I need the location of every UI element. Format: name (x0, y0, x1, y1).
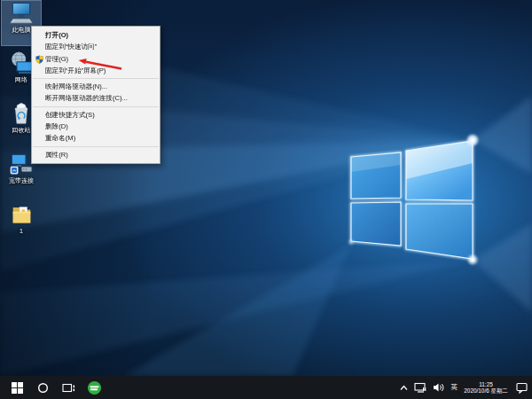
start-button[interactable] (6, 376, 27, 399)
action-center-icon (516, 382, 528, 394)
speaker-icon (433, 382, 444, 393)
network-tray-button[interactable] (411, 376, 430, 399)
context-menu-item-map-network-drive[interactable]: 映射网络驱动器(N)... (32, 81, 160, 92)
context-menu-item-open[interactable]: 打开(O) (32, 29, 160, 41)
menu-separator (33, 146, 159, 147)
uac-shield-icon (35, 55, 43, 64)
pinned-app-button[interactable] (83, 376, 105, 399)
context-menu-item-pin-start[interactable]: 固定到“开始”屏幕(P) (32, 65, 160, 76)
task-view-button[interactable] (58, 376, 79, 399)
desktop-icon-folder-1[interactable]: 1 (2, 202, 41, 246)
desktop-icon-label: 1 (2, 228, 41, 235)
context-menu-item-label: 管理(G) (45, 55, 68, 63)
context-menu-item-delete[interactable]: 删除(D) (32, 121, 160, 132)
taskbar-clock[interactable]: 11:25 2020/10/6 星期二 (461, 381, 511, 395)
windows-desktop: 此电脑 网络 回收站 (0, 0, 532, 399)
input-method-indicator[interactable]: 英 (448, 376, 462, 399)
desktop-icon-label: 宽带连接 (2, 177, 41, 184)
context-menu-item-rename[interactable]: 重命名(M) (32, 132, 160, 144)
this-pc-icon (7, 1, 35, 26)
context-menu: 打开(O) 固定到“快速访问” 管理(G) 固定到“开始”屏幕(P) 映射网络驱… (31, 26, 160, 164)
action-center-button[interactable] (511, 376, 532, 399)
context-menu-item-create-shortcut[interactable]: 创建快捷方式(S) (32, 109, 160, 121)
network-status-icon (414, 382, 426, 393)
windows-start-icon (12, 382, 23, 394)
menu-separator (33, 78, 159, 79)
task-view-icon (62, 382, 75, 394)
folder-icon (7, 202, 35, 227)
chevron-up-icon (400, 385, 408, 391)
clock-time: 11:25 (463, 381, 509, 388)
search-icon (37, 382, 49, 394)
volume-tray-button[interactable] (430, 376, 448, 399)
menu-separator (33, 106, 159, 107)
green-browser-icon (87, 380, 102, 395)
context-menu-item-pin-quick-access[interactable]: 固定到“快速访问” (32, 41, 160, 52)
show-hidden-icons-button[interactable] (397, 376, 411, 399)
context-menu-item-disconnect-network-drive[interactable]: 断开网络驱动器的连接(C)... (32, 92, 160, 104)
search-button[interactable] (32, 376, 53, 399)
clock-date: 2020/10/6 星期二 (463, 387, 509, 395)
taskbar: 英 11:25 2020/10/6 星期二 (0, 376, 532, 399)
context-menu-item-manage[interactable]: 管理(G) (32, 53, 160, 65)
context-menu-item-properties[interactable]: 属性(R) (32, 149, 160, 160)
